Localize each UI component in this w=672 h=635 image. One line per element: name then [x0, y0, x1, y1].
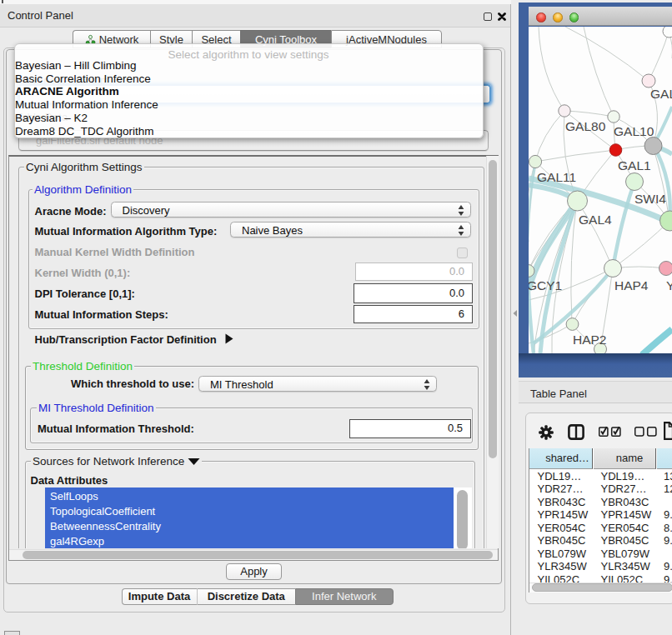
svg-text:HAP4: HAP4: [614, 278, 649, 292]
svg-text:GAL10: GAL10: [614, 124, 654, 138]
svg-text:GAL80: GAL80: [565, 119, 606, 133]
svg-text:GCY1: GCY1: [529, 278, 562, 292]
svg-text:SWI4: SWI4: [634, 192, 666, 206]
svg-text:YJ: YJ: [666, 278, 672, 292]
svg-text:GAL7: GAL7: [650, 87, 672, 101]
svg-text:HAP2: HAP2: [573, 332, 607, 347]
svg-text:GAL4: GAL4: [579, 212, 612, 227]
svg-text:GAL11: GAL11: [537, 170, 576, 184]
svg-text:GAL1: GAL1: [618, 158, 651, 172]
